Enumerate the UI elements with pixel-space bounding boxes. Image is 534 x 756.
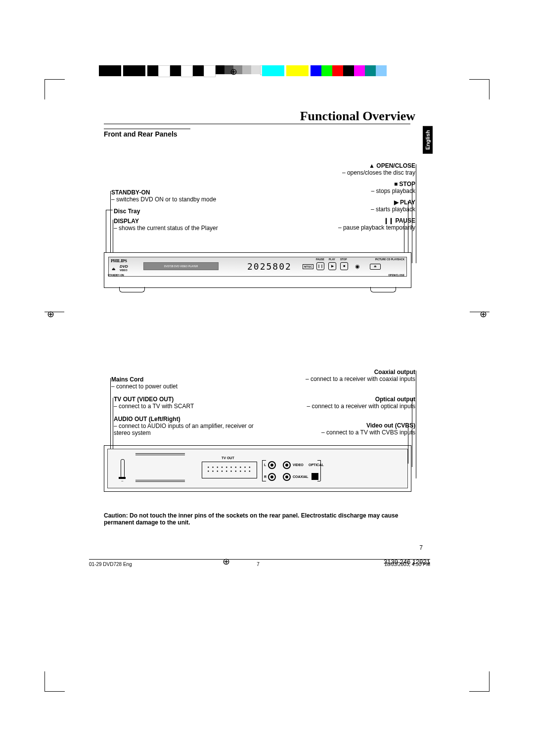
callout-stop: ■ STOP – stops playback bbox=[287, 181, 415, 194]
segment-display: 2025802 bbox=[247, 261, 292, 272]
doc-code: 3139 246 12921 bbox=[384, 558, 430, 566]
callout-label: Coaxial output bbox=[277, 369, 415, 376]
video-label: VIDEO bbox=[120, 269, 128, 272]
callout-mains: Mains Cord – connect to power outlet bbox=[111, 376, 260, 390]
callout-label: DISPLAY bbox=[114, 218, 272, 225]
caution-text: Caution: Do not touch the inner pins of … bbox=[104, 512, 410, 526]
standby-label: STANDBY-ON bbox=[108, 274, 124, 277]
subsection-rule bbox=[104, 129, 190, 129]
mains-cord-icon bbox=[121, 459, 125, 478]
callout-desc: – starts playback bbox=[287, 206, 415, 213]
callout-desc: – switches DVD ON or to standby mode bbox=[111, 196, 269, 203]
disc-logo-icon: ◉ bbox=[355, 263, 360, 270]
rca-socket-icon bbox=[268, 473, 276, 481]
callout-audio: AUDIO OUT (Left/Right) – connect to AUDI… bbox=[114, 416, 262, 436]
play-button-icon: ▶ bbox=[328, 262, 336, 270]
callout-label: STANDBY-ON bbox=[111, 189, 269, 196]
callout-standby: STANDBY-ON – switches DVD ON or to stand… bbox=[111, 189, 269, 203]
callout-desc: – connect to AUDIO inputs of an amplifie… bbox=[114, 423, 262, 436]
foot bbox=[119, 287, 145, 292]
callout-play: ▶ PLAY – starts playback bbox=[287, 199, 415, 213]
eject-button-icon: ⏏ bbox=[370, 264, 381, 270]
pause-button-icon: ❙❙ bbox=[316, 262, 324, 270]
lead-line bbox=[106, 210, 113, 210]
rca-socket-icon bbox=[283, 461, 291, 469]
page-content: Functional Overview English Front and Re… bbox=[54, 59, 480, 693]
bracket bbox=[262, 481, 266, 481]
subsection-heading: Front and Rear Panels bbox=[104, 130, 178, 138]
callout-desc: – connect to a TV with CVBS inputs bbox=[277, 429, 415, 436]
r-label: R bbox=[264, 475, 267, 478]
optical-socket-icon bbox=[312, 473, 318, 480]
callout-label: ▶ PLAY bbox=[287, 199, 415, 206]
bracket bbox=[317, 460, 320, 461]
lead-line bbox=[416, 371, 416, 478]
callout-label: ▲ OPEN/CLOSE bbox=[287, 162, 415, 169]
footer-left: 01-29 DVD728 Eng bbox=[89, 562, 132, 567]
brand-label: PHILIPS bbox=[111, 258, 127, 263]
page-number: 7 bbox=[419, 544, 423, 551]
callout-desc: – pause playback temporarily bbox=[287, 224, 415, 231]
coaxial-label: COAXIAL bbox=[293, 475, 309, 478]
scart-socket-icon: ● ● ● ● ● ● ● ● ● ●● ● ● ● ● ● ● ● ● ● bbox=[202, 462, 257, 478]
callout-pause: ❙❙ PAUSE – pause playback temporarily bbox=[287, 217, 415, 231]
vent bbox=[135, 480, 185, 483]
callout-label: TV OUT (VIDEO OUT) bbox=[114, 396, 262, 403]
rear-panel-diagram: ~ TV OUT ● ● ● ● ● ● ● ● ● ●● ● ● ● ● ● … bbox=[104, 445, 411, 492]
badge: NTSC bbox=[303, 264, 313, 269]
bracket bbox=[317, 481, 320, 481]
dvd-logo: DVD bbox=[120, 264, 128, 269]
callout-desc: – connect to a receiver with coaxial inp… bbox=[277, 376, 415, 382]
lead-line bbox=[412, 183, 412, 263]
callout-optical: Optical output – connect to a receiver w… bbox=[277, 396, 415, 410]
callout-label: AUDIO OUT (Left/Right) bbox=[114, 416, 262, 423]
rca-socket-icon bbox=[268, 461, 276, 469]
registration-mark-icon: ⊕ bbox=[47, 309, 54, 320]
callout-coaxial: Coaxial output – connect to a receiver w… bbox=[277, 369, 415, 382]
footer-center: 7 bbox=[257, 562, 260, 567]
stop-label: STOP bbox=[340, 258, 347, 261]
openclose-label: OPEN/CLOSE bbox=[388, 274, 404, 277]
eject-icon: ⏏ bbox=[112, 267, 116, 271]
tvout-label: TV OUT bbox=[222, 456, 234, 460]
callout-label: Disc Tray bbox=[114, 208, 272, 215]
page-title: Functional Overview bbox=[300, 109, 415, 124]
title-rule bbox=[104, 124, 410, 124]
callout-label: Mains Cord bbox=[111, 376, 260, 383]
callout-label: ❙❙ PAUSE bbox=[287, 217, 415, 224]
rca-socket-icon bbox=[283, 473, 291, 481]
video-label: VIDEO bbox=[293, 463, 304, 467]
callout-desc: – connect to a receiver with optical inp… bbox=[277, 403, 415, 410]
footer: 01-29 DVD728 Eng 7 18/03/2003, 4:50 PM bbox=[89, 559, 430, 567]
callout-open-close: ▲ OPEN/CLOSE – opens/closes the disc tra… bbox=[287, 162, 415, 176]
callout-label: ■ STOP bbox=[287, 181, 415, 188]
callout-tvout: TV OUT (VIDEO OUT) – connect to a TV wit… bbox=[114, 396, 262, 410]
play-label: PLAY bbox=[329, 258, 335, 261]
lead-line bbox=[412, 398, 412, 467]
vent bbox=[135, 453, 185, 456]
language-tab: English bbox=[423, 126, 433, 154]
callout-disc-tray: Disc Tray bbox=[114, 208, 272, 215]
callout-label: Optical output bbox=[277, 396, 415, 403]
bracket bbox=[320, 460, 321, 481]
front-panel-diagram: PHILIPS DVD VIDEO ⏏ STANDBY-ON DVD728 DV… bbox=[104, 252, 411, 288]
lead-line bbox=[416, 164, 416, 263]
callout-desc: – connect to power outlet bbox=[111, 383, 260, 390]
foot bbox=[370, 287, 396, 292]
callout-desc: – shows the current status of the Player bbox=[114, 225, 272, 232]
pause-label: PAUSE bbox=[316, 258, 324, 261]
registration-mark-icon: ⊕ bbox=[480, 309, 487, 320]
stop-button-icon: ■ bbox=[340, 262, 348, 270]
callout-desc: – connect to a TV with SCART bbox=[114, 403, 262, 410]
bracket bbox=[262, 460, 263, 481]
disc-tray-slot: DVD728 DVD VIDEO PLAYER bbox=[143, 262, 219, 270]
bracket bbox=[262, 460, 266, 461]
callout-desc: – opens/closes the disc tray bbox=[287, 169, 415, 176]
l-label: L bbox=[264, 463, 266, 467]
callout-cvbs: Video out (CVBS) – connect to a TV with … bbox=[277, 422, 415, 436]
callout-display: DISPLAY – shows the current status of th… bbox=[114, 218, 272, 232]
tilde-icon: ~ bbox=[121, 479, 124, 483]
picturecd-label: PICTURE CD PLAYBACK bbox=[375, 258, 404, 261]
callout-desc: – stops playback bbox=[287, 188, 415, 194]
optical-label: OPTICAL bbox=[309, 463, 324, 467]
